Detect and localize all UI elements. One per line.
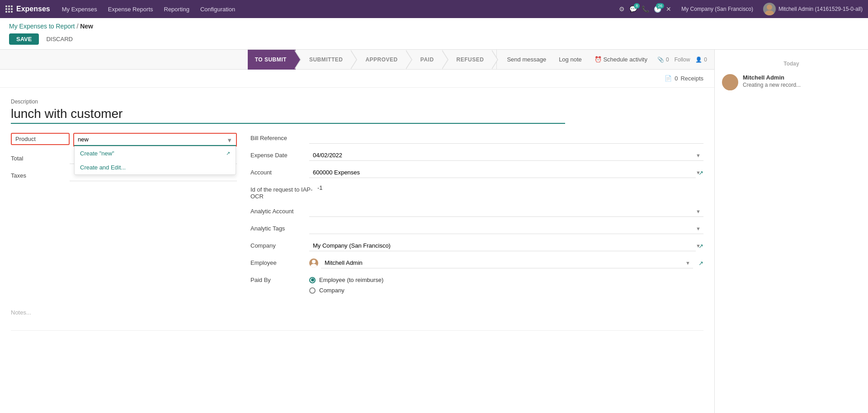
company-external-link-icon[interactable]: ↗ (698, 243, 703, 249)
company-label: Company (250, 240, 309, 249)
breadcrumb-current: New (80, 23, 93, 30)
product-dropdown-wrapper: ▼ Create "new" ↗ Create and Edit. (73, 133, 237, 147)
chatter-message-content: Mitchell Admin Creating a new record... (743, 74, 861, 90)
expense-date-row: Expense Date ▼ (250, 150, 703, 161)
analytic-tags-select[interactable] (309, 223, 703, 234)
iap-ocr-row: Id of the request to IAP-OCR -1 (250, 184, 703, 200)
product-dropdown-menu: Create "new" ↗ Create and Edit... (74, 146, 236, 175)
form-divider (11, 330, 703, 331)
bill-reference-input[interactable] (309, 133, 703, 144)
status-submitted[interactable]: SUBMITTED (296, 50, 352, 70)
breadcrumb-parent[interactable]: My Expenses to Report (9, 23, 75, 30)
bill-reference-label: Bill Reference (250, 133, 309, 141)
messages-icon[interactable]: 💬 8 (629, 5, 637, 13)
product-field-row: Product ▼ Create "new" ↗ (11, 133, 237, 147)
paperclip-icon: 📎 (657, 56, 664, 63)
analytic-account-wrapper: ▼ (309, 206, 703, 217)
paid-by-row: Paid By Employee (to reimburse) (250, 275, 703, 296)
form-right-column: Bill Reference Expense Date ▼ (237, 133, 703, 302)
menu-expense-reports[interactable]: Expense Reports (104, 4, 158, 14)
chatter-user-avatar (722, 74, 738, 90)
breadcrumb-section: My Expenses to Report / New SAVE DISCARD (0, 18, 868, 50)
top-navigation: Expenses My Expenses Expense Reports Rep… (0, 0, 868, 18)
expense-date-wrapper: ▼ (309, 150, 703, 161)
status-to-submit[interactable]: TO SUBMIT (248, 50, 296, 70)
attachments-count[interactable]: 📎 0 (657, 56, 669, 63)
analytic-tags-label: Analytic Tags (250, 223, 309, 232)
product-input[interactable] (74, 134, 236, 146)
employee-select[interactable]: Mitchell Admin (321, 258, 693, 268)
status-approved[interactable]: APPROVED (352, 50, 406, 70)
account-select[interactable]: 600000 Expenses (309, 167, 696, 178)
svg-point-0 (767, 5, 772, 10)
receipts-label: Receipts (680, 75, 703, 82)
paid-by-employee-radio[interactable] (309, 277, 316, 283)
settings-icon[interactable]: ⚙ (619, 5, 625, 13)
create-edit-option[interactable]: Create and Edit... (75, 160, 236, 174)
app-name[interactable]: Expenses (16, 5, 50, 13)
log-note-button[interactable]: Log note (556, 54, 585, 65)
create-edit-label: Create and Edit... (80, 164, 126, 171)
paid-by-company-radio[interactable] (309, 287, 316, 294)
followers-count[interactable]: 👤 0 (695, 56, 707, 63)
account-external-link-icon[interactable]: ↗ (698, 169, 703, 176)
employee-row: Employee Mitchell Admin ▼ (250, 258, 703, 268)
product-input-container: ▼ Create "new" ↗ Create and Edit. (73, 133, 237, 147)
chatter-date-separator: Today (722, 61, 861, 67)
description-input[interactable] (11, 107, 565, 124)
company-row: Company My Company (San Francisco) ▼ ↗ (250, 240, 703, 251)
chatter-message-author: Mitchell Admin (743, 74, 861, 81)
clock-icon[interactable]: 🕐 26 (654, 5, 661, 13)
create-new-option[interactable]: Create "new" ↗ (75, 146, 236, 160)
employee-external-link-icon[interactable]: ↗ (698, 260, 703, 267)
chatter-sidebar: Today Mitchell Admin Creating a new reco… (714, 50, 868, 413)
menu-reporting[interactable]: Reporting (160, 4, 194, 14)
paid-by-company-option[interactable]: Company (309, 287, 703, 294)
status-steps: TO SUBMIT SUBMITTED APPROVED PAID REFUSE… (248, 50, 493, 70)
main-body: TO SUBMIT SUBMITTED APPROVED PAID REFUSE… (0, 50, 868, 413)
iap-ocr-label: Id of the request to IAP-OCR (250, 184, 314, 200)
expense-date-input[interactable] (309, 150, 703, 161)
company-wrapper: My Company (San Francisco) ▼ ↗ (309, 240, 703, 251)
chatter-message-text: Creating a new record... (743, 82, 861, 88)
form-grid: Product ▼ Create "new" ↗ (11, 133, 703, 302)
company-select[interactable]: My Company (San Francisco) (309, 240, 696, 251)
analytic-tags-wrapper: ▼ (309, 223, 703, 234)
menu-my-expenses[interactable]: My Expenses (57, 4, 102, 14)
menu-configuration[interactable]: Configuration (196, 4, 240, 14)
form-left-column: Product ▼ Create "new" ↗ (11, 133, 237, 302)
account-wrapper: 600000 Expenses ▼ ↗ (309, 167, 703, 178)
close-icon[interactable]: ✕ (666, 5, 671, 13)
receipts-count: 0 (675, 75, 678, 82)
form-content: Description Product ▼ (0, 88, 714, 331)
chatter-action-bar: Send message Log note ⏰ Schedule activit… (496, 50, 714, 70)
receipts-button[interactable]: 📄 0 Receipts (665, 75, 703, 82)
description-label: Description (11, 99, 703, 105)
notes-placeholder[interactable]: Notes... (11, 302, 703, 323)
send-message-button[interactable]: Send message (504, 54, 549, 65)
svg-point-3 (311, 264, 317, 268)
external-link-icon[interactable]: ↗ (226, 150, 230, 156)
save-button[interactable]: SAVE (9, 33, 39, 45)
follow-button[interactable]: Follow (675, 56, 690, 63)
paid-by-options: Employee (to reimburse) Company (309, 275, 703, 296)
discard-button[interactable]: DISCARD (42, 33, 76, 45)
account-label: Account (250, 167, 309, 176)
analytic-account-select[interactable] (309, 206, 703, 217)
paid-by-employee-option[interactable]: Employee (to reimburse) (309, 277, 703, 283)
bill-reference-value (309, 133, 703, 144)
user-menu[interactable]: Mitchell Admin (14161529-15-0-all) (763, 3, 863, 15)
top-menu: My Expenses Expense Reports Reporting Co… (57, 4, 615, 14)
apps-grid-icon[interactable] (5, 5, 13, 13)
phone-icon[interactable]: 📞 (642, 5, 649, 13)
svg-point-1 (765, 10, 774, 15)
svg-point-2 (312, 260, 316, 263)
chatter-body: Today Mitchell Admin Creating a new reco… (715, 50, 868, 413)
product-label: Product (11, 133, 70, 145)
analytic-tags-row: Analytic Tags ▼ (250, 223, 703, 234)
status-refused[interactable]: REFUSED (443, 50, 493, 70)
paid-by-company-label: Company (319, 287, 344, 294)
iap-ocr-value: -1 (314, 184, 703, 191)
messages-badge: 8 (634, 3, 640, 9)
schedule-activity-button[interactable]: ⏰ Schedule activity (592, 54, 650, 65)
